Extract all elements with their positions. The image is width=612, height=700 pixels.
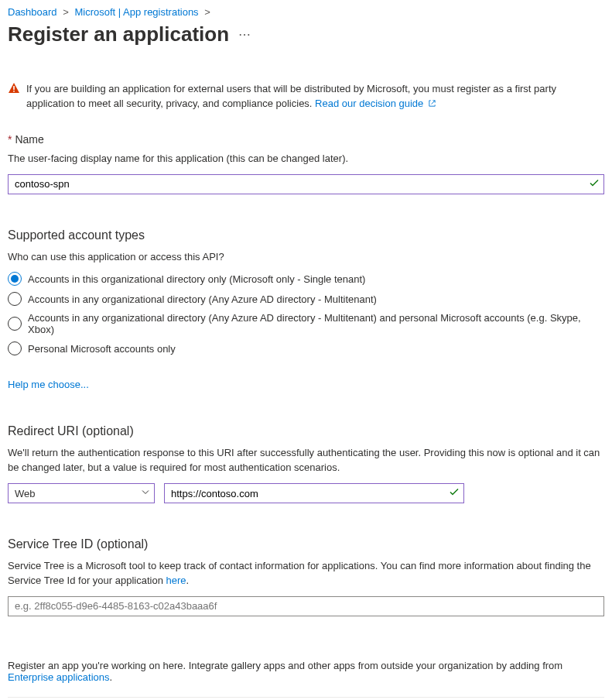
radio-icon [8, 272, 22, 286]
required-indicator: * [8, 133, 12, 146]
service-tree-heading: Service Tree ID (optional) [8, 537, 604, 551]
breadcrumb-dashboard[interactable]: Dashboard [8, 6, 57, 18]
warning-alert: If you are building an application for e… [8, 82, 604, 112]
platform-select[interactable]: Web [8, 483, 155, 503]
radio-icon [8, 317, 22, 331]
warning-text: If you are building an application for e… [26, 83, 556, 109]
radio-label: Accounts in any organizational directory… [28, 293, 377, 305]
svg-rect-1 [13, 91, 15, 92]
radio-multitenant-personal[interactable]: Accounts in any organizational directory… [8, 312, 604, 335]
breadcrumb: Dashboard > Microsoft | App registration… [8, 6, 604, 18]
page-title: Register an application [8, 22, 229, 46]
account-types-heading: Supported account types [8, 228, 604, 242]
more-icon[interactable]: ⋯ [238, 27, 251, 42]
svg-rect-0 [13, 86, 15, 90]
enterprise-applications-link[interactable]: Enterprise applications [8, 671, 110, 683]
chevron-right-icon: > [63, 6, 69, 18]
name-helper: The user-facing display name for this ap… [8, 152, 604, 166]
radio-personal-only[interactable]: Personal Microsoft accounts only [8, 341, 604, 355]
radio-icon [8, 341, 22, 355]
redirect-uri-input[interactable] [164, 483, 464, 503]
radio-label: Accounts in this organizational director… [28, 273, 365, 285]
redirect-uri-helper: We'll return the authentication response… [8, 446, 604, 475]
service-tree-helper: Service Tree is a Microsoft tool to keep… [8, 559, 604, 588]
chevron-right-icon: > [204, 6, 210, 18]
divider [8, 697, 604, 698]
decision-guide-link[interactable]: Read our decision guide [315, 98, 436, 109]
help-me-choose-link[interactable]: Help me choose... [8, 379, 89, 390]
warning-icon [8, 82, 20, 97]
radio-label: Personal Microsoft accounts only [28, 343, 176, 355]
redirect-uri-heading: Redirect URI (optional) [8, 424, 604, 438]
breadcrumb-app-registrations[interactable]: Microsoft | App registrations [74, 6, 198, 18]
check-icon [449, 487, 460, 500]
name-label: *Name [8, 133, 604, 146]
radio-icon [8, 292, 22, 306]
account-types-helper: Who can use this application or access t… [8, 250, 604, 265]
radio-multitenant[interactable]: Accounts in any organizational directory… [8, 292, 604, 306]
account-types-radio-group: Accounts in this organizational director… [8, 272, 604, 355]
service-tree-input[interactable] [8, 596, 604, 616]
external-link-icon [426, 98, 436, 109]
check-icon [589, 177, 600, 190]
name-input[interactable] [8, 174, 604, 194]
service-tree-here-link[interactable]: here [166, 575, 186, 586]
footer-note: Register an app you're working on here. … [8, 660, 604, 683]
radio-single-tenant[interactable]: Accounts in this organizational director… [8, 272, 604, 286]
radio-label: Accounts in any organizational directory… [28, 312, 604, 335]
